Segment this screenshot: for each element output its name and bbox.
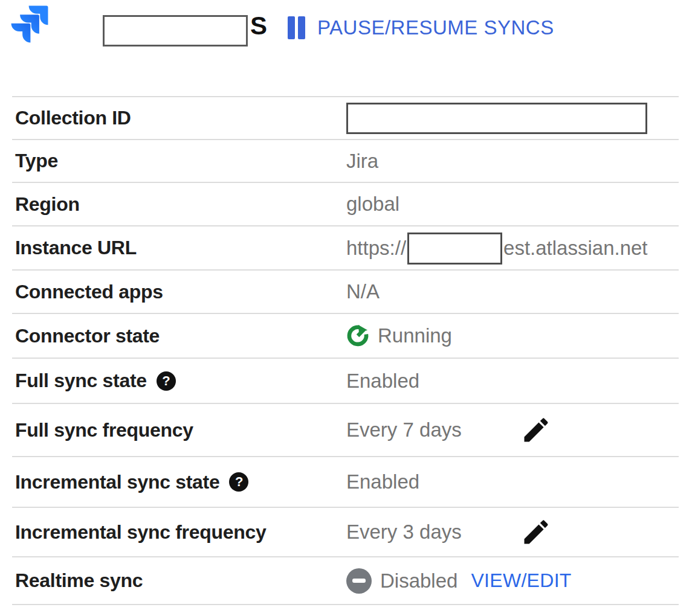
view-edit-realtime-sync-button[interactable]: VIEW/EDIT xyxy=(471,569,571,592)
type-value: Jira xyxy=(346,150,679,173)
instance-url-redaction-box xyxy=(407,233,502,265)
help-icon[interactable]: ? xyxy=(229,472,248,492)
region-value: global xyxy=(346,193,679,216)
collection-id-label: Collection ID xyxy=(12,107,346,129)
full-sync-frequency-value: Every 7 days xyxy=(346,419,462,441)
instance-url-prefix: https:// xyxy=(346,237,406,260)
full-sync-state-label: Full sync state xyxy=(15,370,147,392)
pencil-icon xyxy=(520,414,552,446)
row-incremental-sync-frequency: Incremental sync frequency Every 3 days xyxy=(12,507,679,556)
row-connected-apps: Connected apps N/A xyxy=(12,269,679,313)
edit-incremental-sync-frequency-button[interactable] xyxy=(520,516,552,548)
realtime-sync-value: Disabled xyxy=(380,569,457,592)
realtime-sync-label: Realtime sync xyxy=(12,569,346,592)
pause-icon xyxy=(288,16,305,39)
page-title-suffix: S xyxy=(250,13,267,39)
row-collection-id: Collection ID xyxy=(12,96,679,139)
row-incremental-sync-state: Incremental sync state ? Enabled xyxy=(12,456,679,507)
connected-apps-label: Connected apps xyxy=(12,281,346,303)
row-type: Type Jira xyxy=(12,139,679,182)
instance-url-value: https:// est.atlassian.net xyxy=(346,231,679,265)
help-icon[interactable]: ? xyxy=(157,371,176,391)
collection-id-redaction-box xyxy=(346,103,647,134)
row-full-sync-state: Full sync state ? Enabled xyxy=(12,358,679,403)
full-sync-state-value: Enabled xyxy=(346,370,679,393)
jira-logo xyxy=(10,1,50,50)
disabled-minus-circle-icon xyxy=(346,568,372,594)
pause-resume-syncs-button[interactable]: PAUSE/RESUME SYNCS xyxy=(288,14,554,41)
row-connector-state: Connector state Running xyxy=(12,313,679,358)
row-instance-url: Instance URL https:// est.atlassian.net xyxy=(12,225,679,269)
row-region: Region global xyxy=(12,182,679,225)
connected-apps-value: N/A xyxy=(346,280,679,303)
incremental-sync-state-label: Incremental sync state xyxy=(15,471,219,493)
row-full-sync-frequency: Full sync frequency Every 7 days xyxy=(12,403,679,456)
pause-resume-syncs-label: PAUSE/RESUME SYNCS xyxy=(317,16,554,39)
incremental-sync-state-value: Enabled xyxy=(346,470,679,493)
title-redaction-box xyxy=(103,15,248,47)
incremental-sync-frequency-value: Every 3 days xyxy=(346,521,462,544)
row-realtime-sync: Realtime sync Disabled VIEW/EDIT xyxy=(12,556,679,605)
region-label: Region xyxy=(12,193,346,216)
connector-state-label: Connector state xyxy=(12,325,346,347)
connector-properties-table: Collection ID Type Jira Region global In… xyxy=(12,96,679,605)
connector-state-value: Running xyxy=(378,324,452,347)
instance-url-suffix: est.atlassian.net xyxy=(503,237,647,260)
edit-full-sync-frequency-button[interactable] xyxy=(520,414,552,446)
pencil-icon xyxy=(520,516,552,548)
incremental-sync-frequency-label: Incremental sync frequency xyxy=(12,521,346,544)
type-label: Type xyxy=(12,150,346,172)
page-header: S PAUSE/RESUME SYNCS xyxy=(0,0,695,72)
running-icon xyxy=(346,324,369,347)
instance-url-label: Instance URL xyxy=(12,237,346,259)
full-sync-frequency-label: Full sync frequency xyxy=(12,419,346,441)
